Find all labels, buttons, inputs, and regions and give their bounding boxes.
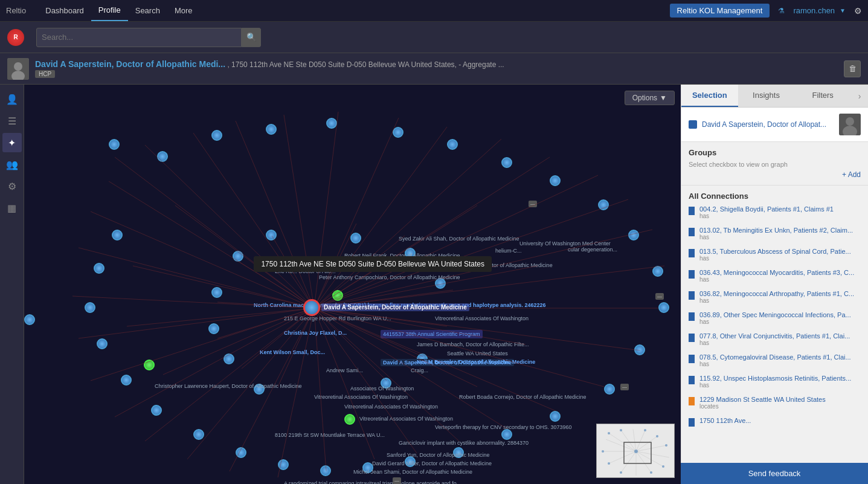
label-macular: cular degeneration... [568, 247, 617, 253]
svg-point-76 [644, 429, 646, 431]
connection-name-7[interactable]: 077.8, Other Viral Conjunctivitis, Patie… [699, 332, 861, 340]
search-container: 🔍 [36, 28, 278, 47]
label-vitreo4: Vitreoretinal Associates Of Washington [359, 416, 453, 422]
user-menu[interactable]: ramon.chen [793, 6, 835, 15]
filter-icon[interactable]: ⚗ [778, 7, 785, 15]
graph-node-12[interactable] [652, 266, 663, 277]
sidebar-icon-hierarchy[interactable]: ⚙ [2, 176, 22, 196]
connection-name-2[interactable]: 013.02, Tb Meningitis Ex Unkn, Patients … [699, 227, 861, 234]
tab-insights[interactable]: Insights [738, 85, 795, 107]
svg-point-75 [620, 429, 622, 431]
graph-node-15[interactable] [604, 384, 615, 395]
add-group-link[interactable]: + Add [689, 170, 861, 179]
panel-expand-arrow[interactable]: › [851, 85, 868, 107]
graph-node-4[interactable] [266, 124, 277, 135]
graph-area: Options ▼ 1750 112th Ave NE Ste D050 Sui… [24, 85, 681, 484]
delete-button[interactable]: 🗑 [844, 60, 861, 77]
label-christina: Christina Joy Flaxel, D... [284, 330, 347, 336]
graph-node-1[interactable] [109, 139, 120, 150]
graph-node-2[interactable] [157, 151, 168, 162]
settings-icon[interactable]: ⚙ [854, 6, 862, 16]
connection-flag-11 [689, 418, 695, 427]
graph-node-13[interactable] [658, 302, 669, 313]
connection-name-5[interactable]: 036.82, Meningococcal Arthropathy, Patie… [699, 290, 861, 297]
connections-section: All Connections 004.2, Shigella Boydii, … [681, 186, 868, 469]
graph-node-inner-4[interactable] [24, 314, 35, 325]
graph-node-26[interactable] [121, 375, 132, 386]
graph-node-11[interactable] [628, 230, 639, 240]
graph-node-14[interactable] [634, 344, 645, 355]
tab-filters[interactable]: Filters [794, 85, 851, 107]
list-item: 036.89, Other Spec Meningococcal Infecti… [689, 311, 861, 329]
graph-node-green-2[interactable] [344, 414, 355, 425]
graph-node-28[interactable] [85, 302, 95, 313]
groups-title: Groups [689, 148, 861, 157]
graph-node-23[interactable] [236, 447, 246, 458]
graph-node-24[interactable] [193, 429, 204, 440]
nav-more[interactable]: More [167, 0, 200, 21]
graph-node-3[interactable] [211, 130, 222, 141]
graph-node-21[interactable] [320, 465, 331, 476]
tab-selection[interactable]: Selection [681, 85, 738, 107]
sidebar-icon-people[interactable]: 👥 [2, 155, 22, 174]
label-4415537: 4415537 38th Annual Scientific Program [381, 330, 483, 338]
nav-search[interactable]: Search [128, 0, 167, 21]
sidebar-icon-person[interactable]: 👤 [2, 89, 22, 109]
connection-rel-7: has [699, 340, 861, 346]
sidebar-icon-graph[interactable]: ✦ [2, 133, 22, 152]
graph-node-9[interactable] [550, 175, 561, 186]
connection-flag-8 [689, 355, 695, 363]
graph-node-29[interactable] [94, 263, 104, 274]
label-ganciclovir: Ganciclovir implant with cystlike abnorm… [399, 440, 529, 446]
connection-name-8[interactable]: 078.5, Cytomegaloviral Disease, Patients… [699, 353, 861, 361]
nav-profile[interactable]: Profile [91, 0, 128, 21]
connection-name-9[interactable]: 115.92, Unspec Histoplasmosis Retinitis,… [699, 375, 861, 382]
connection-name-4[interactable]: 036.43, Meningococcal Myocarditis, Patie… [699, 269, 861, 276]
graph-node-22[interactable] [278, 459, 289, 470]
list-item: 078.5, Cytomegaloviral Disease, Patients… [689, 353, 861, 371]
graph-node-inner-12[interactable] [266, 230, 277, 240]
connection-name-11[interactable]: 1750 112th Ave... [699, 417, 861, 424]
connection-name-3[interactable]: 013.5, Tuberculous Abscess of Spinal Cor… [699, 248, 861, 255]
svg-point-80 [650, 471, 652, 474]
graph-node-10[interactable] [598, 199, 609, 210]
label-andrew: Andrew Sami... [326, 367, 363, 373]
graph-node-6[interactable] [393, 127, 403, 138]
connection-name-6[interactable]: 036.89, Other Spec Meningococcal Infecti… [699, 311, 861, 318]
search-input[interactable] [36, 28, 242, 47]
graph-node-inner-9[interactable] [208, 323, 219, 334]
graph-node-inner-11[interactable] [233, 251, 243, 262]
label-vitreo1: Vitreoretinal Associates Of Washington [435, 315, 529, 321]
label-kent: Kent Wilson Small, Doc... [260, 349, 325, 355]
connection-info-4: 036.43, Meningococcal Myocarditis, Patie… [699, 269, 861, 283]
graph-node-27[interactable] [97, 338, 108, 349]
options-button[interactable]: Options ▼ [625, 91, 675, 105]
graph-node-green-1[interactable] [332, 290, 343, 301]
user-dropdown-arrow[interactable]: ▼ [840, 7, 846, 14]
search-button[interactable]: 🔍 [242, 28, 261, 47]
graph-node-16[interactable] [550, 411, 561, 422]
graph-node-17[interactable] [501, 429, 512, 440]
graph-node-7[interactable] [447, 139, 458, 150]
connection-name-1[interactable]: 004.2, Shigella Boydii, Patients #1, Cla… [699, 205, 861, 213]
graph-node-5[interactable] [326, 118, 337, 129]
connection-flag-6 [689, 312, 695, 321]
center-node[interactable] [303, 299, 320, 316]
graph-node-inner-10[interactable] [211, 287, 222, 298]
profile-header: David A Saperstein, Doctor of Allopathic… [0, 53, 868, 85]
graph-node-8[interactable] [501, 157, 512, 168]
graph-node-25[interactable] [151, 405, 162, 416]
nav-dashboard[interactable]: Dashboard [38, 0, 91, 21]
feedback-bar[interactable]: Send feedback [681, 463, 868, 484]
sidebar-icon-list[interactable]: ☰ [2, 111, 22, 131]
nav-logo: Reltio [6, 6, 26, 15]
graph-node-inner-1[interactable] [350, 233, 361, 244]
sidebar-icon-table[interactable]: ▦ [2, 198, 22, 218]
svg-point-77 [656, 435, 658, 437]
graph-node-30[interactable] [112, 230, 123, 240]
graph-node-green-3[interactable] [144, 360, 155, 370]
graph-node-inner-8[interactable] [223, 353, 234, 364]
app-title: Reltio KOL Management [670, 4, 770, 18]
connection-info-7: 077.8, Other Viral Conjunctivitis, Patie… [699, 332, 861, 346]
connection-name-10[interactable]: 1229 Madison St Seattle WA United States [699, 396, 861, 403]
